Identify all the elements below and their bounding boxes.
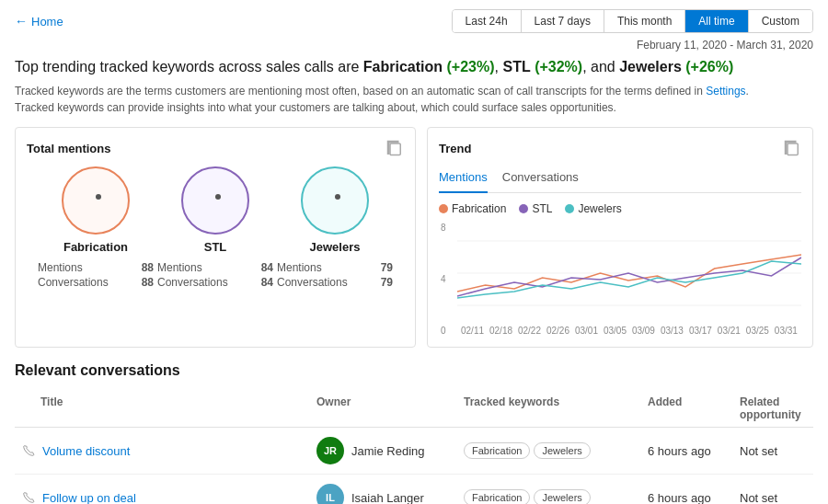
copy-icon[interactable] <box>385 139 404 157</box>
keyword3-pct: (+26%) <box>685 59 733 74</box>
svg-rect-0 <box>390 143 400 155</box>
x-label: 03/05 <box>604 326 627 336</box>
mention-name: Jewelers <box>310 240 361 254</box>
legend-dot <box>439 204 448 213</box>
y-labels: 048 <box>439 223 448 336</box>
total-mentions-panel: Total mentions Fabrication Mentions88 Co… <box>15 127 416 348</box>
title-cell: Volume discount <box>15 444 309 458</box>
trend-legend: FabricationSTLJewelers <box>439 202 801 215</box>
x-label: 03/01 <box>575 326 598 336</box>
phone-icon <box>22 444 35 457</box>
row-title[interactable]: Follow up on deal <box>22 491 302 504</box>
owner-cell: IL Isaiah Langer <box>309 484 456 504</box>
legend-label: STL <box>532 202 552 215</box>
legend-label: Jewelers <box>578 202 621 215</box>
mention-stats: Mentions88 Conversations88 <box>36 259 155 291</box>
table-col-header: Owner <box>309 395 456 421</box>
time-filter-btn[interactable]: Last 7 days <box>522 10 604 32</box>
mention-item: STL Mentions84 Conversations84 <box>155 166 275 291</box>
keyword2-pct: (+32%) <box>535 59 582 74</box>
mention-stats: Mentions84 Conversations84 <box>155 259 275 291</box>
trend-tab[interactable]: Conversations <box>502 166 579 193</box>
time-filter-btn[interactable]: All time <box>685 10 748 32</box>
total-mentions-title: Total mentions <box>27 139 404 157</box>
avatar: IL <box>316 484 344 504</box>
x-label: 03/17 <box>689 326 712 336</box>
back-label: Home <box>31 15 63 29</box>
keyword-tag: Jewelers <box>534 442 590 459</box>
y-label: 4 <box>441 274 446 284</box>
related-text: Not set <box>740 444 777 458</box>
added-cell: 6 hours ago <box>640 444 732 458</box>
chart-area <box>457 223 801 324</box>
top-bar: ← Home Last 24hLast 7 daysThis monthAll … <box>0 0 828 39</box>
x-labels: 02/1102/1802/2202/2603/0103/0503/0903/13… <box>457 326 801 336</box>
x-label: 02/22 <box>518 326 541 336</box>
panels: Total mentions Fabrication Mentions88 Co… <box>15 127 813 348</box>
keyword1: Fabrication <box>363 59 443 74</box>
tags-cell: FabricationJewelers <box>456 442 640 459</box>
related-text: Not set <box>740 491 777 504</box>
table-header: TitleOwnerTracked keywordsAddedRelated o… <box>15 390 813 428</box>
keyword-tag: Fabrication <box>464 489 530 504</box>
keyword3: Jewelers <box>619 59 682 74</box>
circle-container <box>181 166 249 235</box>
copy-icon-trend[interactable] <box>783 139 801 157</box>
trend-tabs: MentionsConversations <box>439 166 801 193</box>
row-title[interactable]: Volume discount <box>22 444 302 458</box>
time-filter-group: Last 24hLast 7 daysThis monthAll timeCus… <box>452 9 813 33</box>
keyword2: STL <box>502 59 530 74</box>
back-link[interactable]: ← Home <box>15 14 63 29</box>
mentions-row: Fabrication Mentions88 Conversations88 S… <box>27 166 404 291</box>
title-cell: Follow up on deal <box>15 491 309 504</box>
dot <box>215 194 221 200</box>
desc-line2: Tracked keywords can provide insights in… <box>15 101 616 114</box>
mention-item: Jewelers Mentions79 Conversations79 <box>275 166 395 291</box>
time-filter-btn[interactable]: This month <box>604 10 685 32</box>
trend-panel: Trend MentionsConversations FabricationS… <box>427 127 813 348</box>
time-filter-btn[interactable]: Custom <box>749 10 812 32</box>
table-col-header: Title <box>15 395 309 421</box>
keyword-circle <box>301 166 369 235</box>
mention-item: Fabrication Mentions88 Conversations88 <box>36 166 155 291</box>
x-label: 03/21 <box>718 326 741 336</box>
phone-icon <box>22 491 35 504</box>
desc-line1: Tracked keywords are the terms customers… <box>15 85 706 97</box>
x-label: 02/26 <box>546 326 569 336</box>
table-row: Follow up on deal IL Isaiah Langer Fabri… <box>15 475 813 504</box>
owner-info: JR Jamie Reding <box>316 437 449 464</box>
x-label: 03/31 <box>775 326 798 336</box>
keyword-circle <box>181 166 249 235</box>
section-title: Relevant conversations <box>15 362 813 379</box>
date-range: February 11, 2020 - March 31, 2020 <box>0 39 828 57</box>
circle-container <box>301 166 369 235</box>
x-label: 02/11 <box>461 326 484 336</box>
legend-dot <box>519 204 528 213</box>
related-cell: Not set <box>732 491 813 504</box>
back-arrow-icon: ← <box>15 14 28 29</box>
keyword-circle <box>62 166 130 235</box>
circle-container <box>62 166 130 235</box>
legend-label: Fabrication <box>452 202 506 215</box>
y-label: 8 <box>441 223 446 233</box>
table-col-header: Related opportunity <box>732 395 813 421</box>
legend-dot <box>565 204 574 213</box>
table-body: Volume discount JR Jamie Reding Fabricat… <box>15 428 813 504</box>
avatar: JR <box>316 437 344 464</box>
related-cell: Not set <box>732 444 813 458</box>
owner-name: Jamie Reding <box>351 444 425 458</box>
headline-prefix: Top trending tracked keywords across sal… <box>15 59 363 74</box>
time-filter-btn[interactable]: Last 24h <box>453 10 522 32</box>
table-col-header: Tracked keywords <box>456 395 640 421</box>
y-label: 0 <box>441 326 446 336</box>
added-text: 6 hours ago <box>648 491 711 504</box>
x-label: 03/09 <box>632 326 655 336</box>
added-cell: 6 hours ago <box>640 491 732 504</box>
keyword1-pct: (+23%) <box>447 59 495 74</box>
mention-name: Fabrication <box>63 240 128 254</box>
settings-link[interactable]: Settings <box>706 85 745 97</box>
sep2: , and <box>582 59 619 74</box>
mention-name: STL <box>204 240 227 254</box>
trend-tab[interactable]: Mentions <box>439 166 488 193</box>
added-text: 6 hours ago <box>648 444 711 458</box>
